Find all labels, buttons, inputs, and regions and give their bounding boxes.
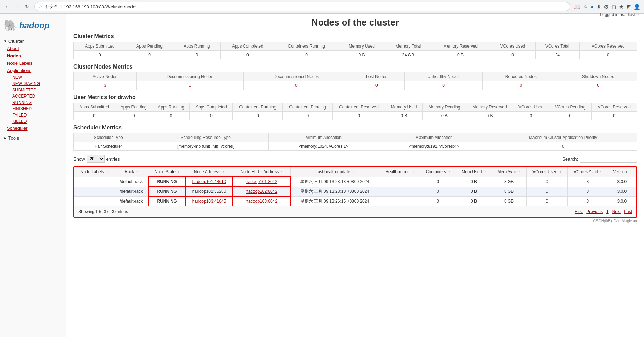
tools-nav-section[interactable]: ► Tools: [0, 134, 66, 142]
cnm-val-decommissioned: 0: [244, 81, 349, 90]
active-nodes-link[interactable]: 3: [104, 83, 106, 88]
lost-link[interactable]: 0: [375, 83, 378, 88]
decommissioning-link[interactable]: 0: [189, 83, 191, 88]
nt-header-address[interactable]: Node Address ↕: [185, 167, 233, 177]
browser-action-buttons[interactable]: 📖 ☆ ● ⬇ ⚙ ◻ ★ ◤ 👤: [574, 3, 641, 10]
pagination-page-1[interactable]: 1: [606, 209, 609, 214]
cnm-val-rebooted: 0: [482, 81, 559, 90]
security-warning-text: 不安全: [45, 3, 58, 10]
cluster-metrics-table: Apps Submitted Apps Pending Apps Running…: [73, 42, 637, 59]
entries-select[interactable]: 20 50 100: [87, 155, 105, 163]
sidebar-item-submitted[interactable]: SUBMITTED: [0, 87, 66, 93]
pagination-previous[interactable]: Previous: [586, 209, 603, 214]
sidebar-item-scheduler[interactable]: Scheduler: [0, 125, 66, 132]
footer-note: CSDN@BigDataMagician: [73, 218, 637, 224]
show-label: Show: [73, 156, 85, 162]
um-val-apps-submitted: 0: [74, 112, 115, 120]
table-controls: Show 20 50 100 entries Search:: [73, 155, 637, 163]
sidebar-item-node-labels[interactable]: Node Labels: [0, 59, 66, 67]
nt-header-vcores-avail[interactable]: VCores Avail ↕: [567, 167, 608, 177]
um-val-vcores-reserved: 0: [592, 112, 637, 120]
sidebar-item-accepted[interactable]: ACCEPTED: [0, 93, 66, 99]
sidebar-item-running[interactable]: RUNNING: [0, 99, 66, 106]
sidebar-item-finished[interactable]: FINISHED: [0, 106, 66, 112]
nt-header-containers[interactable]: Containers ↕: [420, 167, 456, 177]
cnm-header-decommissioned: Decommissioned Nodes: [244, 72, 349, 81]
refresh-button[interactable]: ↻: [23, 3, 31, 10]
sidebar-item-killed[interactable]: KILLED: [0, 118, 66, 125]
cluster-label: Cluster: [8, 38, 24, 44]
um-val-vcores-used: 0: [513, 112, 549, 120]
cm-val-apps-running: 0: [173, 51, 221, 59]
extension-icon[interactable]: ⬇: [596, 3, 601, 10]
back-button[interactable]: ←: [3, 3, 11, 10]
nav-buttons[interactable]: ← → ↻: [3, 3, 31, 10]
pagination-last[interactable]: Last: [624, 209, 632, 214]
row2-health-update: 星期六 三月 09 13:28:10 +0800 2024: [290, 187, 379, 196]
nt-header-version[interactable]: Version ↕: [608, 167, 636, 177]
decommissioned-link[interactable]: 0: [295, 83, 298, 88]
sidebar-item-nodes[interactable]: Nodes: [0, 52, 66, 59]
um-data-row: 0 0 0 0 0 0 0 0 B 0 B 0 B 0 0 0: [74, 112, 637, 120]
more-tools-icon[interactable]: ◻: [611, 3, 616, 10]
shutdown-link[interactable]: 0: [597, 83, 599, 88]
sort-icon: ↕: [484, 170, 486, 174]
rebooted-link[interactable]: 0: [520, 83, 522, 88]
nt-header-health-update[interactable]: Last health-update ↕: [290, 167, 379, 177]
read-mode-icon[interactable]: 📖: [574, 3, 580, 10]
sidebar-item-applications[interactable]: Applications: [0, 67, 66, 74]
forward-button[interactable]: →: [13, 3, 21, 10]
nt-header-vcores-used[interactable]: VCores Used ↕: [526, 167, 567, 177]
table-row: /default-rack RUNNING hadoop101:43610 ha…: [74, 177, 636, 187]
star-icon[interactable]: ★: [619, 3, 624, 10]
logged-in-text: Logged in as: dr.who: [600, 12, 639, 17]
security-warning-icon: ⚠: [39, 4, 43, 9]
search-input[interactable]: [580, 155, 637, 163]
row1-http-link[interactable]: hadoop101:8042: [246, 179, 277, 184]
settings-icon[interactable]: ⚙: [604, 3, 609, 10]
nt-header-mem-used[interactable]: Mem Used ↕: [456, 167, 492, 177]
cnm-val-lost: 0: [349, 81, 405, 90]
row2-http-link[interactable]: hadoop102:8042: [246, 189, 277, 194]
cluster-nav-header[interactable]: ▼ Cluster: [0, 37, 66, 45]
nt-header-health-report[interactable]: Health-report ↕: [379, 167, 420, 177]
row1-addr-link[interactable]: hadoop101:43610: [192, 179, 226, 184]
nt-header-rack[interactable]: Rack ↕: [114, 167, 149, 177]
sm-header-max-priority: Maximum Cluster Application Priority: [489, 133, 637, 142]
row3-addr-link[interactable]: hadoop103:41845: [192, 199, 226, 204]
unhealthy-link[interactable]: 0: [442, 83, 445, 88]
row2-mem-used: 0 B: [456, 187, 492, 196]
nodes-table: Node Labels ↕ Rack ↕ Node State ↕ Node A…: [74, 167, 636, 206]
show-entries-left: Show 20 50 100 entries: [73, 155, 120, 163]
profile-icon[interactable]: ●: [591, 4, 594, 10]
row2-state: RUNNING: [149, 187, 185, 196]
page-title: Nodes of the cluster: [73, 17, 637, 28]
sidebar-item-failed[interactable]: FAILED: [0, 112, 66, 118]
cm-header-vcores-used: VCores Used: [490, 42, 536, 51]
cnm-header-lost: Lost Nodes: [349, 72, 405, 81]
row1-rack: /default-rack: [114, 177, 149, 187]
sidebar-item-about[interactable]: About: [0, 45, 66, 52]
row3-http: hadoop103:8042: [233, 196, 290, 206]
nt-header-http[interactable]: Node HTTP Address ↕: [233, 167, 290, 177]
cm-header-apps-submitted: Apps Submitted: [74, 42, 126, 51]
row3-http-link[interactable]: hadoop103:8042: [246, 199, 277, 204]
extensions-puzzle-icon[interactable]: ◤: [627, 3, 631, 10]
cm-header-apps-pending: Apps Pending: [126, 42, 173, 51]
um-val-memory-pending: 0 B: [422, 112, 466, 120]
sidebar-item-new[interactable]: NEW: [0, 74, 66, 80]
sidebar-item-new-saving[interactable]: NEW_SAVING: [0, 80, 66, 87]
pagination-first[interactable]: First: [575, 209, 583, 214]
profile-btn[interactable]: 👤: [634, 3, 641, 10]
cluster-nodes-metrics-title: Cluster Nodes Metrics: [73, 64, 637, 70]
nt-header-state[interactable]: Node State ↕: [149, 167, 185, 177]
sm-data-row: Fair Scheduler [memory-mb (unit=Mi), vco…: [74, 142, 637, 151]
address-bar[interactable]: ⚠ 不安全 | 192.168.198.103:8088/cluster/nod…: [34, 2, 570, 11]
pagination-next[interactable]: Next: [612, 209, 621, 214]
nt-header-labels[interactable]: Node Labels ↕: [74, 167, 114, 177]
cm-val-apps-completed: 0: [221, 51, 275, 59]
um-header-containers-reserved: Containers Reserved: [332, 103, 385, 112]
um-header-vcores-reserved: VCores Reserved: [592, 103, 637, 112]
bookmark-icon[interactable]: ☆: [583, 3, 588, 10]
nt-header-mem-avail[interactable]: Mem Avail ↕: [492, 167, 526, 177]
